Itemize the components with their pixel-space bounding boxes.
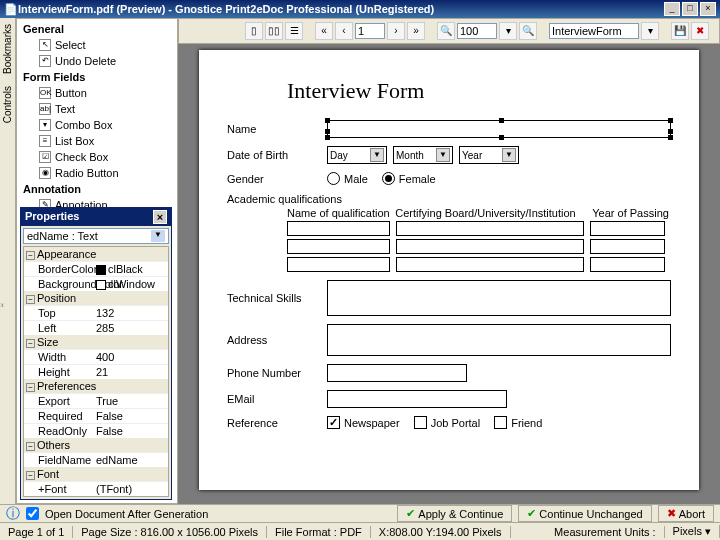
page-number-input[interactable] xyxy=(355,23,385,39)
prop-top[interactable]: Top132 xyxy=(24,305,168,320)
qual-name-2[interactable] xyxy=(287,239,390,254)
status-bar: Page 1 of 1 Page Size : 816.00 x 1056.00… xyxy=(0,522,720,540)
save-icon[interactable]: 💾 xyxy=(671,22,689,40)
tree-general[interactable]: General xyxy=(19,21,175,37)
minimize-button[interactable]: _ xyxy=(664,2,680,16)
field-dob-year[interactable]: Year▼ xyxy=(459,146,519,164)
page-single-icon[interactable]: ▯ xyxy=(245,22,263,40)
zoom-in-button[interactable]: 🔍 xyxy=(519,22,537,40)
field-tech[interactable] xyxy=(327,280,671,316)
field-dob-day[interactable]: Day▼ xyxy=(327,146,387,164)
prop-width[interactable]: Width400 xyxy=(24,349,168,364)
radio-female[interactable] xyxy=(382,172,395,185)
zoom-dropdown-button[interactable]: ▾ xyxy=(499,22,517,40)
tree-annotation[interactable]: Annotation xyxy=(19,181,175,197)
continue-unchanged-button[interactable]: ✔Continue Unchanged xyxy=(518,505,651,522)
cursor-icon: ↖ xyxy=(39,39,51,51)
qual-year-3[interactable] xyxy=(590,257,665,272)
first-page-button[interactable]: « xyxy=(315,22,333,40)
qual-board-1[interactable] xyxy=(396,221,584,236)
tree-item-undo[interactable]: ↶Undo Delete xyxy=(19,53,175,69)
status-units-value[interactable]: Pixels ▾ xyxy=(665,525,720,538)
docname-input[interactable] xyxy=(549,23,639,39)
field-phone[interactable] xyxy=(327,364,467,382)
cat-others[interactable]: −Others xyxy=(24,438,168,452)
qual-year-2[interactable] xyxy=(590,239,665,254)
cancel-icon[interactable]: ✖ xyxy=(691,22,709,40)
properties-object-selector[interactable]: edName : Text ▼ xyxy=(23,228,169,244)
properties-window: Properties × edName : Text ▼ −Appearance… xyxy=(20,207,172,500)
qual-name-3[interactable] xyxy=(287,257,390,272)
checkbox-open-after[interactable] xyxy=(26,507,39,520)
abort-button[interactable]: ✖Abort xyxy=(658,505,714,522)
tab-controls[interactable]: Controls xyxy=(0,80,15,129)
properties-title: Properties xyxy=(25,210,153,224)
zoom-out-button[interactable]: 🔍 xyxy=(437,22,455,40)
page-facing-icon[interactable]: ▯▯ xyxy=(265,22,283,40)
properties-titlebar[interactable]: Properties × xyxy=(21,208,171,226)
prop-left[interactable]: Left285 xyxy=(24,320,168,335)
apply-continue-button[interactable]: ✔Apply & Continue xyxy=(397,505,512,522)
label-tech: Technical Skills xyxy=(227,292,327,304)
zoom-input[interactable] xyxy=(457,23,497,39)
tree-item-checkbox[interactable]: ☑Check Box xyxy=(19,149,175,165)
chevron-down-icon: ▼ xyxy=(502,148,516,162)
qual-row-1 xyxy=(287,221,671,236)
prop-font[interactable]: +Font(TFont) xyxy=(24,481,168,496)
prop-fieldname[interactable]: FieldNameedName xyxy=(24,452,168,467)
prop-required[interactable]: RequiredFalse xyxy=(24,408,168,423)
cross-icon: ✖ xyxy=(667,507,676,520)
tree-formfields[interactable]: Form Fields xyxy=(19,69,175,85)
label-name: Name xyxy=(227,123,327,135)
tab-bookmarks[interactable]: Bookmarks xyxy=(0,18,15,80)
qual-name-1[interactable] xyxy=(287,221,390,236)
tree-item-combo[interactable]: ▾Combo Box xyxy=(19,117,175,133)
field-dob-month[interactable]: Month▼ xyxy=(393,146,453,164)
checkbox-friend[interactable] xyxy=(494,416,507,429)
cat-position[interactable]: −Position xyxy=(24,291,168,305)
checkbox-newspaper[interactable] xyxy=(327,416,340,429)
close-button[interactable]: × xyxy=(700,2,716,16)
field-email[interactable] xyxy=(327,390,507,408)
qual-row-3 xyxy=(287,257,671,272)
qual-board-3[interactable] xyxy=(396,257,584,272)
cat-appearance[interactable]: −Appearance xyxy=(24,247,168,261)
collapse-handle[interactable]: ‹‹ xyxy=(0,300,4,310)
toolbar: ▯ ▯▯ ☰ « ‹ › » 🔍 ▾ 🔍 ▾ 💾 ✖ xyxy=(178,18,720,44)
prop-bordercolor[interactable]: BorderColorclBlack xyxy=(24,261,168,276)
tree-item-select[interactable]: ↖Select xyxy=(19,37,175,53)
prop-export[interactable]: ExportTrue xyxy=(24,393,168,408)
cat-prefs[interactable]: −Preferences xyxy=(24,379,168,393)
tree-item-button[interactable]: OKButton xyxy=(19,85,175,101)
pdf-page: Interview Form Name Date of Birth Day▼ M… xyxy=(199,50,699,490)
properties-close-button[interactable]: × xyxy=(153,210,167,224)
checkbox-icon: ☑ xyxy=(39,151,51,163)
next-page-button[interactable]: › xyxy=(387,22,405,40)
info-icon[interactable]: ⓘ xyxy=(6,505,20,523)
maximize-button[interactable]: □ xyxy=(682,2,698,16)
color-swatch-white xyxy=(96,280,106,290)
tree-item-text[interactable]: ab|Text xyxy=(19,101,175,117)
prop-height[interactable]: Height21 xyxy=(24,364,168,379)
last-page-button[interactable]: » xyxy=(407,22,425,40)
field-addr[interactable] xyxy=(327,324,671,356)
document-viewport[interactable]: Interview Form Name Date of Birth Day▼ M… xyxy=(178,44,720,504)
checkbox-jobportal[interactable] xyxy=(414,416,427,429)
tree-item-radio[interactable]: ◉Radio Button xyxy=(19,165,175,181)
prev-page-button[interactable]: ‹ xyxy=(335,22,353,40)
cat-size[interactable]: −Size xyxy=(24,335,168,349)
text-icon: ab| xyxy=(39,103,51,115)
qual-board-2[interactable] xyxy=(396,239,584,254)
qual-year-1[interactable] xyxy=(590,221,665,236)
prop-bgcolor[interactable]: BackgroundColorclWindow xyxy=(24,276,168,291)
field-name[interactable] xyxy=(327,120,671,138)
prop-readonly[interactable]: ReadOnlyFalse xyxy=(24,423,168,438)
radio-male[interactable] xyxy=(327,172,340,185)
page-continuous-icon[interactable]: ☰ xyxy=(285,22,303,40)
cat-font[interactable]: −Font xyxy=(24,467,168,481)
label-dob: Date of Birth xyxy=(227,149,327,161)
status-format: File Format : PDF xyxy=(267,526,371,538)
tree-item-listbox[interactable]: ≡List Box xyxy=(19,133,175,149)
docname-dropdown-button[interactable]: ▾ xyxy=(641,22,659,40)
properties-grid: −Appearance BorderColorclBlack Backgroun… xyxy=(23,246,169,497)
